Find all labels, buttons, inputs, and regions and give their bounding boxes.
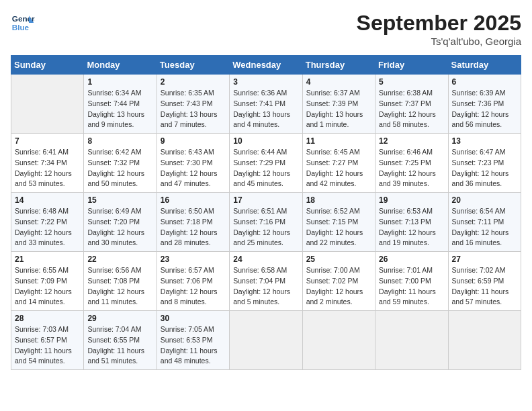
calendar-cell: 19Sunrise: 6:53 AM Sunset: 7:13 PM Dayli… — [375, 193, 448, 252]
calendar-cell: 22Sunrise: 6:56 AM Sunset: 7:08 PM Dayli… — [84, 252, 157, 311]
day-info: Sunrise: 6:45 AM Sunset: 7:27 PM Dayligh… — [306, 147, 371, 189]
calendar-cell: 10Sunrise: 6:44 AM Sunset: 7:29 PM Dayli… — [230, 134, 302, 193]
calendar-cell — [375, 311, 448, 370]
calendar-cell — [230, 311, 302, 370]
calendar-cell: 26Sunrise: 7:01 AM Sunset: 7:00 PM Dayli… — [375, 252, 448, 311]
day-number: 18 — [306, 195, 371, 205]
day-number: 16 — [161, 195, 226, 205]
calendar-cell: 12Sunrise: 6:46 AM Sunset: 7:25 PM Dayli… — [375, 134, 448, 193]
day-number: 2 — [161, 77, 226, 87]
calendar-cell: 17Sunrise: 6:51 AM Sunset: 7:16 PM Dayli… — [230, 193, 302, 252]
day-info: Sunrise: 6:57 AM Sunset: 7:06 PM Dayligh… — [161, 265, 226, 308]
calendar-cell: 16Sunrise: 6:50 AM Sunset: 7:18 PM Dayli… — [157, 193, 229, 252]
day-number: 10 — [233, 136, 298, 146]
day-info: Sunrise: 6:43 AM Sunset: 7:30 PM Dayligh… — [161, 147, 226, 189]
calendar-table: SundayMondayTuesdayWednesdayThursdayFrid… — [11, 55, 521, 370]
calendar-cell: 11Sunrise: 6:45 AM Sunset: 7:27 PM Dayli… — [302, 134, 375, 193]
calendar-cell: 27Sunrise: 7:02 AM Sunset: 6:59 PM Dayli… — [448, 252, 521, 311]
day-info: Sunrise: 6:41 AM Sunset: 7:34 PM Dayligh… — [15, 147, 80, 189]
day-info: Sunrise: 6:58 AM Sunset: 7:04 PM Dayligh… — [233, 265, 298, 308]
day-info: Sunrise: 7:02 AM Sunset: 6:59 PM Dayligh… — [452, 265, 517, 308]
day-info: Sunrise: 6:34 AM Sunset: 7:44 PM Dayligh… — [87, 88, 152, 130]
day-info: Sunrise: 6:37 AM Sunset: 7:39 PM Dayligh… — [306, 88, 371, 130]
calendar-week-2: 7Sunrise: 6:41 AM Sunset: 7:34 PM Daylig… — [11, 134, 521, 193]
calendar-cell: 7Sunrise: 6:41 AM Sunset: 7:34 PM Daylig… — [11, 134, 84, 193]
day-number: 8 — [87, 136, 152, 146]
day-info: Sunrise: 6:36 AM Sunset: 7:41 PM Dayligh… — [233, 88, 298, 130]
day-number: 15 — [87, 195, 152, 205]
calendar-cell: 14Sunrise: 6:48 AM Sunset: 7:22 PM Dayli… — [11, 193, 84, 252]
calendar-week-3: 14Sunrise: 6:48 AM Sunset: 7:22 PM Dayli… — [11, 193, 521, 252]
calendar-cell: 6Sunrise: 6:39 AM Sunset: 7:36 PM Daylig… — [448, 75, 521, 134]
day-info: Sunrise: 6:49 AM Sunset: 7:20 PM Dayligh… — [87, 206, 152, 248]
day-number: 13 — [452, 136, 517, 146]
calendar-cell: 1Sunrise: 6:34 AM Sunset: 7:44 PM Daylig… — [84, 75, 157, 134]
day-number: 20 — [452, 195, 517, 205]
day-number: 26 — [379, 255, 444, 264]
day-info: Sunrise: 6:39 AM Sunset: 7:36 PM Dayligh… — [452, 88, 517, 130]
calendar-cell: 18Sunrise: 6:52 AM Sunset: 7:15 PM Dayli… — [302, 193, 375, 252]
calendar-cell: 23Sunrise: 6:57 AM Sunset: 7:06 PM Dayli… — [157, 252, 229, 311]
calendar-header-row: SundayMondayTuesdayWednesdayThursdayFrid… — [11, 56, 521, 75]
header-monday: Monday — [84, 56, 157, 75]
day-info: Sunrise: 6:51 AM Sunset: 7:16 PM Dayligh… — [233, 206, 298, 248]
day-number: 7 — [15, 136, 80, 146]
day-number: 21 — [15, 255, 80, 264]
title-block: September 2025 Ts'q'alt'ubo, Georgia — [357, 11, 521, 47]
day-info: Sunrise: 6:38 AM Sunset: 7:37 PM Dayligh… — [379, 88, 444, 130]
calendar-cell: 30Sunrise: 7:05 AM Sunset: 6:53 PM Dayli… — [157, 311, 229, 370]
day-number: 24 — [233, 255, 298, 264]
day-info: Sunrise: 6:47 AM Sunset: 7:23 PM Dayligh… — [452, 147, 517, 189]
day-info: Sunrise: 6:42 AM Sunset: 7:32 PM Dayligh… — [87, 147, 152, 189]
day-info: Sunrise: 6:44 AM Sunset: 7:29 PM Dayligh… — [233, 147, 298, 189]
day-info: Sunrise: 7:04 AM Sunset: 6:55 PM Dayligh… — [87, 324, 152, 367]
day-number: 19 — [379, 195, 444, 205]
calendar-cell — [302, 311, 375, 370]
calendar-cell: 28Sunrise: 7:03 AM Sunset: 6:57 PM Dayli… — [11, 311, 84, 370]
day-number: 23 — [161, 255, 226, 264]
day-info: Sunrise: 6:53 AM Sunset: 7:13 PM Dayligh… — [379, 206, 444, 248]
day-info: Sunrise: 6:46 AM Sunset: 7:25 PM Dayligh… — [379, 147, 444, 189]
calendar-week-1: 1Sunrise: 6:34 AM Sunset: 7:44 PM Daylig… — [11, 75, 521, 134]
calendar-cell: 2Sunrise: 6:35 AM Sunset: 7:43 PM Daylig… — [157, 75, 229, 134]
day-number: 4 — [306, 77, 371, 87]
day-number: 28 — [15, 314, 80, 323]
day-info: Sunrise: 7:01 AM Sunset: 7:00 PM Dayligh… — [379, 265, 444, 308]
header-friday: Friday — [375, 56, 448, 75]
day-info: Sunrise: 6:52 AM Sunset: 7:15 PM Dayligh… — [306, 206, 371, 248]
page-header: General Blue September 2025 Ts'q'alt'ubo… — [11, 11, 521, 47]
header-sunday: Sunday — [11, 56, 84, 75]
day-number: 3 — [233, 77, 298, 87]
day-info: Sunrise: 7:03 AM Sunset: 6:57 PM Dayligh… — [15, 324, 80, 367]
calendar-cell — [448, 311, 521, 370]
day-number: 14 — [15, 195, 80, 205]
svg-text:Blue: Blue — [12, 23, 30, 32]
calendar-cell: 9Sunrise: 6:43 AM Sunset: 7:30 PM Daylig… — [157, 134, 229, 193]
day-number: 11 — [306, 136, 371, 146]
calendar-week-4: 21Sunrise: 6:55 AM Sunset: 7:09 PM Dayli… — [11, 252, 521, 311]
day-number: 25 — [306, 255, 371, 264]
calendar-cell: 24Sunrise: 6:58 AM Sunset: 7:04 PM Dayli… — [230, 252, 302, 311]
day-number: 22 — [87, 255, 152, 264]
header-thursday: Thursday — [302, 56, 375, 75]
logo-icon: General Blue — [11, 11, 35, 35]
calendar-cell: 29Sunrise: 7:04 AM Sunset: 6:55 PM Dayli… — [84, 311, 157, 370]
day-info: Sunrise: 6:55 AM Sunset: 7:09 PM Dayligh… — [15, 265, 80, 308]
day-number: 29 — [87, 314, 152, 323]
header-tuesday: Tuesday — [157, 56, 229, 75]
day-number: 9 — [161, 136, 226, 146]
header-wednesday: Wednesday — [230, 56, 302, 75]
calendar-cell: 4Sunrise: 6:37 AM Sunset: 7:39 PM Daylig… — [302, 75, 375, 134]
calendar-cell: 25Sunrise: 7:00 AM Sunset: 7:02 PM Dayli… — [302, 252, 375, 311]
header-saturday: Saturday — [448, 56, 521, 75]
day-info: Sunrise: 6:50 AM Sunset: 7:18 PM Dayligh… — [161, 206, 226, 248]
day-info: Sunrise: 6:56 AM Sunset: 7:08 PM Dayligh… — [87, 265, 152, 308]
day-number: 17 — [233, 195, 298, 205]
day-info: Sunrise: 7:00 AM Sunset: 7:02 PM Dayligh… — [306, 265, 371, 308]
calendar-cell: 8Sunrise: 6:42 AM Sunset: 7:32 PM Daylig… — [84, 134, 157, 193]
day-number: 12 — [379, 136, 444, 146]
calendar-cell: 3Sunrise: 6:36 AM Sunset: 7:41 PM Daylig… — [230, 75, 302, 134]
calendar-cell: 21Sunrise: 6:55 AM Sunset: 7:09 PM Dayli… — [11, 252, 84, 311]
calendar-cell: 5Sunrise: 6:38 AM Sunset: 7:37 PM Daylig… — [375, 75, 448, 134]
calendar-week-5: 28Sunrise: 7:03 AM Sunset: 6:57 PM Dayli… — [11, 311, 521, 370]
